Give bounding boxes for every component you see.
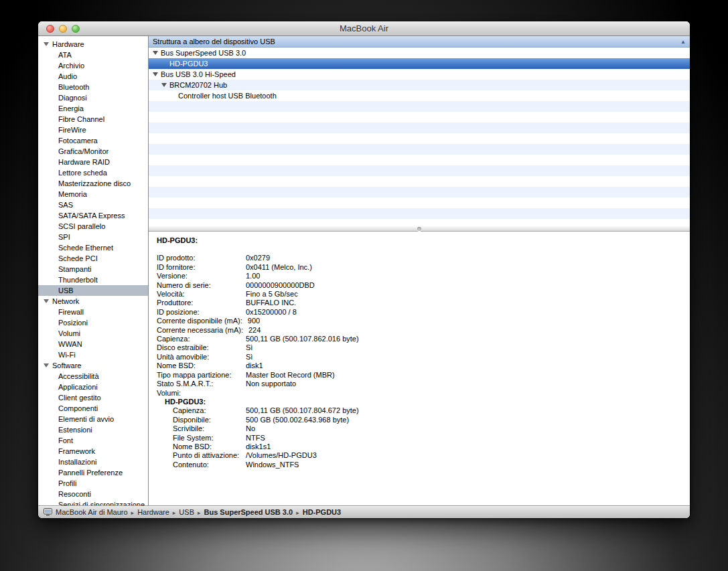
tree-row-empty: [149, 197, 690, 208]
sidebar-item-pannelli-preferenze[interactable]: Pannelli Preferenze: [38, 467, 148, 478]
sidebar-item-sas[interactable]: SAS: [38, 199, 148, 210]
tree-row[interactable]: HD-PGDU3: [149, 58, 690, 69]
sidebar-item-framework[interactable]: Framework: [38, 446, 148, 457]
disclosure-triangle-icon[interactable]: [153, 51, 158, 55]
detail-value: Windows_NTFS: [246, 461, 299, 469]
detail-label: Nome BSD:: [157, 442, 246, 451]
breadcrumb-item[interactable]: Bus SuperSpeed USB 3.0: [204, 508, 293, 516]
breadcrumb-separator-icon: ▸: [173, 509, 176, 516]
disclosure-triangle-icon[interactable]: [44, 363, 49, 368]
sidebar-item-wi-fi[interactable]: Wi-Fi: [38, 349, 148, 360]
tree-row[interactable]: Bus USB 3.0 Hi-Speed: [149, 69, 690, 80]
sidebar-item-posizioni[interactable]: Posizioni: [38, 317, 148, 328]
sidebar-item-installazioni[interactable]: Installazioni: [38, 457, 148, 467]
detail-label: Corrente necessaria (mA):: [157, 326, 248, 335]
breadcrumb-item[interactable]: MacBook Air di Mauro: [56, 508, 128, 516]
sidebar-item-fotocamera[interactable]: Fotocamera: [38, 135, 148, 146]
sidebar-item-usb[interactable]: USB: [38, 285, 148, 296]
splitter-grabber-icon[interactable]: [417, 227, 421, 231]
sidebar-item-resoconti[interactable]: Resoconti: [38, 489, 148, 499]
sidebar-item-volumi[interactable]: Volumi: [38, 328, 148, 339]
pane-splitter[interactable]: [149, 226, 690, 232]
tree-row-empty: [149, 101, 690, 112]
disclosure-triangle-icon[interactable]: [161, 83, 167, 87]
detail-value: 500,11 GB (500.107.804.672 byte): [246, 406, 359, 415]
detail-row: Scrivibile:No: [157, 424, 682, 433]
sidebar-item-schede-pci[interactable]: Schede PCI: [38, 253, 148, 264]
sort-ascending-icon[interactable]: ▲: [680, 39, 686, 45]
tree-row-label: HD-PGDU3: [169, 60, 208, 68]
sidebar-item-archivio[interactable]: Archivio: [38, 60, 148, 71]
sidebar-item-client-gestito[interactable]: Client gestito: [38, 392, 148, 403]
disclosure-triangle-icon[interactable]: [153, 72, 158, 76]
disclosure-triangle-icon[interactable]: [44, 42, 49, 46]
sidebar-item-schede-ethernet[interactable]: Schede Ethernet: [38, 242, 148, 253]
sidebar-item-bluetooth[interactable]: Bluetooth: [38, 82, 148, 92]
detail-value: Master Boot Record (MBR): [246, 371, 335, 380]
detail-label: Punto di attivazione:: [157, 451, 246, 460]
sidebar-item-hardware-raid[interactable]: Hardware RAID: [38, 157, 148, 167]
breadcrumb-item[interactable]: USB: [179, 508, 194, 516]
sidebar-item-lettore-scheda[interactable]: Lettore scheda: [38, 167, 148, 178]
sidebar-item-firewire[interactable]: FireWire: [38, 125, 148, 135]
tree-row[interactable]: Bus SuperSpeed USB 3.0: [149, 48, 690, 58]
sidebar-item-memoria[interactable]: Memoria: [38, 189, 148, 199]
titlebar[interactable]: MacBook Air: [38, 21, 690, 36]
detail-row: Volumi:: [157, 389, 682, 398]
detail-label: Unità amovibile:: [157, 353, 246, 361]
tree-row-empty: [149, 133, 690, 144]
detail-value: 0x15200000 / 8: [246, 308, 297, 317]
detail-row: Stato S.M.A.R.T.:Non supportato: [157, 380, 682, 388]
details-title: HD-PGDU3:: [157, 236, 682, 245]
detail-label: ID prodotto:: [157, 254, 246, 262]
detail-value: 1.00: [246, 272, 260, 280]
sidebar-item-stampanti[interactable]: Stampanti: [38, 264, 148, 274]
detail-label: File System:: [157, 434, 246, 442]
sidebar-item-componenti[interactable]: Componenti: [38, 403, 148, 414]
sidebar-item-diagnosi[interactable]: Diagnosi: [38, 92, 148, 103]
disclosure-triangle-icon[interactable]: [44, 299, 49, 303]
sidebar-item-font[interactable]: Font: [38, 435, 148, 446]
breadcrumb-item[interactable]: HD-PGDU3: [303, 508, 341, 516]
sidebar-item-audio[interactable]: Audio: [38, 71, 148, 82]
sidebar-item-scsi-parallelo[interactable]: SCSI parallelo: [38, 221, 148, 232]
detail-row: ID fornitore:0x0411 (Melco, Inc.): [157, 263, 682, 272]
tree-row[interactable]: BRCM20702 Hub: [149, 80, 690, 90]
sidebar-item-masterizzazione-disco[interactable]: Masterizzazione disco: [38, 178, 148, 189]
detail-label: Velocità:: [157, 290, 246, 299]
tree-row-empty: [149, 165, 690, 176]
sidebar-item-firewall[interactable]: Firewall: [38, 307, 148, 317]
detail-row: Corrente necessaria (mA):224: [157, 326, 682, 335]
usb-tree-column-header[interactable]: Struttura a albero del dispositivo USB ▲: [149, 36, 690, 48]
sidebar-item-thunderbolt[interactable]: Thunderbolt: [38, 274, 148, 285]
detail-row: Numero di serie:0000000900000DBD: [157, 281, 682, 290]
sidebar-item-fibre-channel[interactable]: Fibre Channel: [38, 114, 148, 125]
sidebar-item-servizi-di-sincronizzazione[interactable]: Servizi di sincronizzazione: [38, 499, 148, 505]
detail-row: Nome BSD:disk1s1: [157, 442, 682, 451]
details-rows: ID prodotto:0x0279ID fornitore:0x0411 (M…: [157, 254, 682, 469]
sidebar-section-header[interactable]: Hardware: [38, 39, 148, 50]
sidebar-item-energia[interactable]: Energia: [38, 103, 148, 114]
breadcrumb-item[interactable]: Hardware: [137, 508, 169, 516]
sidebar-item-ata[interactable]: ATA: [38, 50, 148, 60]
sidebar-item-applicazioni[interactable]: Applicazioni: [38, 382, 148, 392]
tree-row-empty: [149, 187, 690, 197]
computer-icon: [44, 508, 52, 516]
tree-row[interactable]: Controller host USB Bluetooth: [149, 90, 690, 101]
sidebar-item-accessibilit-[interactable]: Accessibilità: [38, 371, 148, 382]
status-bar: MacBook Air di Mauro▸Hardware▸USB▸Bus Su…: [38, 505, 690, 518]
tree-row-empty: [149, 112, 690, 123]
sidebar-section-header[interactable]: Network: [38, 296, 148, 307]
detail-row: Disponibile:500 GB (500.002.643.968 byte…: [157, 416, 682, 424]
sidebar-item-wwan[interactable]: WWAN: [38, 339, 148, 349]
sidebar-item-estensioni[interactable]: Estensioni: [38, 424, 148, 435]
sidebar-item-grafica-monitor[interactable]: Grafica/Monitor: [38, 146, 148, 157]
sidebar-item-spi[interactable]: SPI: [38, 232, 148, 242]
sidebar-item-elementi-di-avvio[interactable]: Elementi di avvio: [38, 414, 148, 424]
sidebar-list: HardwareATAArchivioAudioBluetoothDiagnos…: [38, 39, 148, 505]
sidebar-item-profili[interactable]: Profili: [38, 478, 148, 489]
detail-label: Contenuto:: [157, 461, 246, 469]
details-pane: HD-PGDU3: ID prodotto:0x0279ID fornitore…: [149, 232, 690, 505]
sidebar-section-header[interactable]: Software: [38, 360, 148, 371]
sidebar-item-sata-sata-express[interactable]: SATA/SATA Express: [38, 210, 148, 221]
